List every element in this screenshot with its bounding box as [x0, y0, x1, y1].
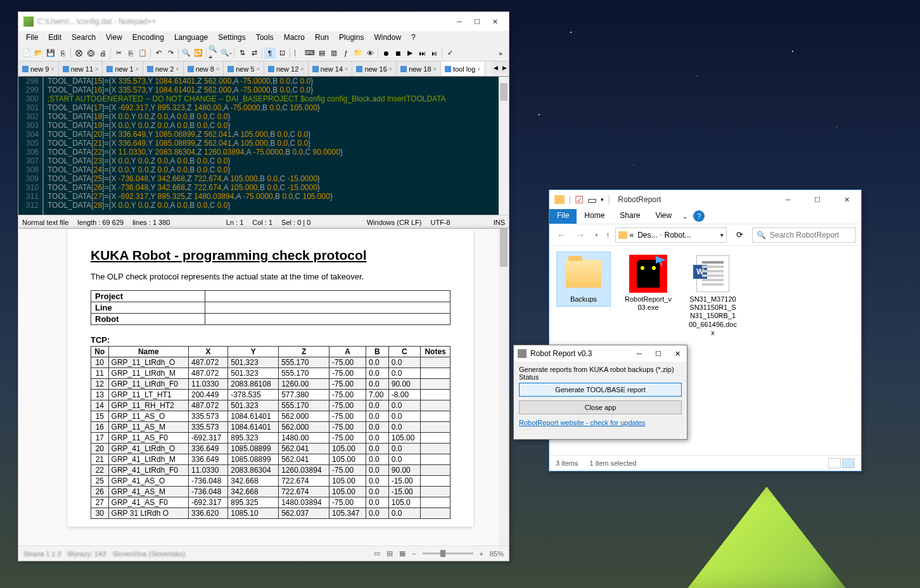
menu-language[interactable]: Language — [169, 31, 213, 45]
doc-list-icon[interactable]: ▥ — [328, 48, 340, 59]
file-tab[interactable]: new 9× — [18, 61, 59, 76]
new-file-icon[interactable]: 📄 — [21, 48, 32, 59]
menu-encoding[interactable]: Encoding — [127, 31, 169, 45]
breadcrumb[interactable]: « — [629, 231, 636, 240]
zoom-value[interactable]: 85% — [490, 550, 504, 558]
sync-h-icon[interactable]: ⇄ — [248, 48, 260, 59]
vertical-scrollbar[interactable] — [499, 77, 509, 215]
menu-view[interactable]: View — [101, 31, 127, 45]
menu-settings[interactable]: Settings — [213, 31, 250, 45]
file-tab[interactable]: tool log× — [441, 61, 485, 76]
close-button[interactable]: ✕ — [832, 190, 861, 209]
rr-titlebar[interactable]: Robot Report v0.3 ─ ☐ ✕ — [514, 345, 687, 362]
play-macro-icon[interactable]: ▶ — [404, 48, 416, 59]
file-tab[interactable]: new 1× — [103, 61, 143, 76]
toolbar-overflow-icon[interactable]: » — [495, 48, 506, 59]
menu-?[interactable]: ? — [406, 31, 421, 45]
chevron-right-icon[interactable]: › — [660, 232, 662, 238]
view-large-icons-button[interactable] — [842, 458, 855, 468]
show-all-icon[interactable]: ⊡ — [276, 48, 288, 59]
zoom-out-icon[interactable]: 🔍- — [220, 48, 232, 59]
file-tab[interactable]: new 8× — [184, 61, 224, 76]
generate-report-button[interactable]: Generate TOOL/BASE report — [519, 383, 682, 397]
open-file-icon[interactable]: 📂 — [33, 48, 44, 59]
spell-check-icon[interactable]: ✓ — [444, 48, 456, 59]
close-file-icon[interactable]: ⨂ — [73, 48, 84, 59]
monitor-icon[interactable]: 👁 — [364, 48, 376, 59]
address-bar[interactable]: « Des... › Robot... ▾ — [615, 227, 727, 243]
maximize-button[interactable]: ☐ — [468, 15, 486, 28]
menu-run[interactable]: Run — [310, 31, 334, 45]
file-tab[interactable]: new 11× — [59, 61, 103, 76]
code-area[interactable]: TOOL_DATA[15]={X 335.573,Y 1084.61401,Z … — [44, 77, 499, 215]
tab-scroll-right[interactable]: ▶ — [500, 61, 509, 74]
find-icon[interactable]: 🔍 — [181, 48, 192, 59]
ribbon-tab-file[interactable]: File — [549, 209, 577, 224]
qa-new-folder-icon[interactable]: ▭ — [587, 194, 597, 206]
file-item[interactable]: RobotReport_v03.exe — [622, 252, 675, 314]
menu-plugins[interactable]: Plugins — [334, 31, 369, 45]
menu-tools[interactable]: Tools — [251, 31, 279, 45]
save-icon[interactable]: 💾 — [45, 48, 56, 59]
help-icon[interactable]: ? — [693, 210, 705, 222]
file-item[interactable]: Backups — [557, 252, 610, 306]
breadcrumb[interactable]: Robot... — [663, 231, 693, 240]
nav-forward-button[interactable]: → — [573, 230, 587, 240]
print-icon[interactable]: 🖨 — [97, 48, 108, 59]
nav-history-dropdown[interactable]: ▾ — [592, 232, 601, 238]
menu-window[interactable]: Window — [369, 31, 406, 45]
tab-scroll-left[interactable]: ◀ — [491, 61, 500, 74]
user-lang-icon[interactable]: ⌨ — [304, 48, 316, 59]
maximize-button[interactable]: ☐ — [649, 345, 668, 362]
file-tab[interactable]: new 18× — [397, 61, 441, 76]
indent-guide-icon[interactable]: ⎸ — [292, 48, 303, 59]
menu-edit[interactable]: Edit — [43, 31, 67, 45]
npp-editor[interactable]: 2982993003013023033043053063073083093103… — [18, 77, 509, 215]
stop-macro-icon[interactable]: ⏹ — [392, 48, 404, 59]
nav-up-button[interactable]: ↑ — [606, 230, 610, 240]
ribbon-expand-icon[interactable]: ⌄ — [679, 209, 691, 224]
refresh-button[interactable]: ⟳ — [732, 227, 747, 243]
explorer-titlebar[interactable]: | ☑ ▭ ▾ | RobotReport ─ ☐ ✕ — [549, 190, 861, 209]
file-tab[interactable]: new 2× — [143, 61, 184, 76]
undo-icon[interactable]: ↶ — [153, 48, 164, 59]
copy-icon[interactable]: ⎘ — [125, 48, 136, 59]
wordwrap-icon[interactable]: ¶ — [264, 48, 276, 59]
play-multi-icon[interactable]: ⏭ — [416, 48, 428, 59]
replace-icon[interactable]: 🔁 — [193, 48, 204, 59]
close-button[interactable]: ✕ — [668, 345, 687, 362]
file-tab[interactable]: new 14× — [309, 61, 353, 76]
file-tab[interactable]: new 5× — [224, 61, 264, 76]
cut-icon[interactable]: ✂ — [113, 48, 124, 59]
zoom-in-icon[interactable]: 🔍+ — [208, 48, 220, 59]
menu-macro[interactable]: Macro — [279, 31, 310, 45]
record-macro-icon[interactable]: ⏺ — [380, 48, 392, 59]
redo-icon[interactable]: ↷ — [165, 48, 176, 59]
file-item[interactable]: WSN31_M37120SN31150R1_SN31_150RB_100_661… — [686, 252, 739, 340]
qa-props-icon[interactable]: ☑ — [575, 194, 584, 206]
folder-workspace-icon[interactable]: 📁 — [352, 48, 364, 59]
view-details-button[interactable] — [828, 458, 841, 468]
close-app-button[interactable]: Close app — [519, 400, 682, 414]
doc-map-icon[interactable]: ▤ — [316, 48, 328, 59]
view-web-icon[interactable]: ▦ — [399, 549, 406, 558]
save-all-icon[interactable]: ⎘ — [57, 48, 68, 59]
npp-titlebar[interactable]: C:\Users\…\config.dat - Notepad++ ─ ☐ ✕ — [18, 12, 509, 31]
qa-dropdown-icon[interactable]: ▾ — [601, 196, 604, 203]
paste-icon[interactable]: 📋 — [137, 48, 148, 59]
view-print-icon[interactable]: ▤ — [387, 549, 393, 558]
ribbon-tab-share[interactable]: Share — [612, 209, 648, 224]
sync-v-icon[interactable]: ⇅ — [236, 48, 248, 59]
address-dropdown-icon[interactable]: ▾ — [720, 232, 724, 238]
minimize-button[interactable]: ─ — [630, 345, 649, 362]
view-read-icon[interactable]: ▭ — [374, 549, 380, 558]
close-button[interactable]: ✕ — [486, 15, 504, 28]
save-macro-icon[interactable]: ⏯ — [428, 48, 440, 59]
zoom-slider[interactable] — [423, 553, 473, 554]
breadcrumb[interactable]: Des... — [636, 231, 658, 240]
menu-search[interactable]: Search — [67, 31, 101, 45]
ribbon-tab-view[interactable]: View — [648, 209, 679, 224]
ribbon-tab-home[interactable]: Home — [577, 209, 612, 224]
zoom-in-button[interactable]: + — [480, 550, 483, 558]
maximize-button[interactable]: ☐ — [803, 190, 832, 209]
